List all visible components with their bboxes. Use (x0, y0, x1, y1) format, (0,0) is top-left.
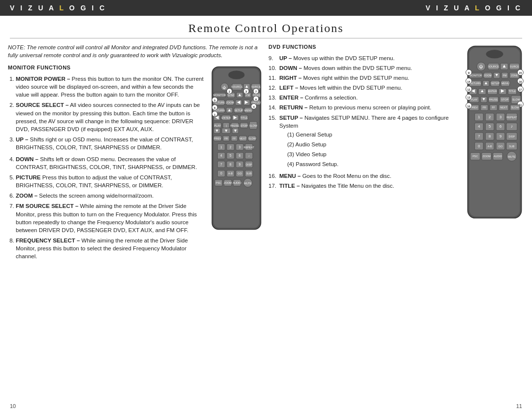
svg-text:A-B: A-B (228, 172, 233, 175)
list-item: SOURCE SELECT – All video sources connec… (16, 101, 205, 133)
dvd-item-bold: ENTER – (279, 95, 303, 101)
svg-text:FM: FM (503, 74, 507, 77)
svg-text:TITLE: TITLE (240, 116, 248, 119)
svg-text:SURCE: SURCE (251, 86, 261, 89)
svg-text:DISP: DISP (509, 135, 515, 138)
remote-image-left: ⏻ SOURCE ▲ SURCE MONITOR (209, 64, 264, 264)
svg-text:FR: FR (483, 106, 486, 109)
svg-text:SURCE: SURCE (510, 65, 519, 68)
svg-text:3: 3 (245, 90, 247, 93)
main-content: Remote Control Operations NOTE: The remo… (0, 16, 532, 411)
dvd-item-num: 10. (268, 64, 277, 72)
svg-text:REPEAT: REPEAT (506, 116, 517, 119)
svg-text:5: 5 (230, 154, 232, 157)
svg-text:|: | (226, 124, 226, 127)
svg-text:3: 3 (499, 115, 501, 119)
list-item: FM SOURCE SELECT – While aiming the remo… (16, 202, 205, 234)
dvd-item-num: 14. (268, 103, 277, 111)
page-number-left: 10 (10, 403, 16, 409)
dvd-item-bold: DOWN – (279, 65, 302, 71)
setup-sub-item: (1) General Setup (287, 131, 461, 138)
remote-svg-left: ⏻ SOURCE ▲ SURCE MONITOR (209, 64, 264, 232)
svg-text:PSC: PSC (216, 181, 221, 184)
svg-text:▶: ▶ (501, 88, 504, 93)
svg-text:▲: ▲ (227, 107, 232, 112)
list-item: DOWN – Shifts left or down OSD menu. Dec… (16, 155, 205, 171)
svg-text:MUTE: MUTE (244, 182, 252, 185)
svg-text:ZONE: ZONE (511, 74, 518, 77)
monitor-text-area: MONITOR FUNCTIONS MONITOR POWER – Press … (8, 64, 205, 264)
svg-text:PREV: PREV (214, 137, 221, 140)
svg-text:NEXT: NEXT (239, 137, 247, 140)
dvd-list-item: 15. SETUP – Navigates SETUP MENU. There … (268, 114, 461, 171)
svg-text:ZOOM: ZOOM (224, 181, 232, 184)
svg-text:▲: ▲ (480, 88, 485, 93)
dvd-item-num: 16. (268, 172, 277, 180)
monitor-list-continued: DOWN – Shifts left or down OSD menu. Dec… (8, 155, 205, 260)
svg-point-2 (229, 70, 245, 79)
svg-text:AUDIO: AUDIO (233, 181, 241, 184)
note-text: NOTE: The remote control will control al… (8, 43, 264, 59)
svg-text:MENU: MENU (244, 109, 252, 112)
svg-text:6: 6 (239, 154, 241, 157)
item-bold: UP – (16, 137, 28, 142)
svg-text:1: 1 (478, 115, 480, 119)
svg-text:SYNC: SYNC (227, 94, 234, 97)
item-bold: ZOOM – (16, 193, 37, 199)
dvd-item-num: 12. (268, 84, 277, 92)
svg-text:SLOW: SLOW (511, 106, 519, 109)
svg-text:1: 1 (220, 145, 222, 149)
svg-text:▲: ▲ (245, 84, 249, 89)
svg-text:SETUP: SETUP (491, 82, 500, 85)
dvd-item-num: 11. (268, 74, 277, 82)
svg-text:FR: FR (224, 137, 228, 140)
remote-svg-right: ⏻ SOURCE ▲ SURCE MONITOR ZOOM ▼ (465, 43, 524, 221)
svg-text:GO: GO (237, 172, 242, 175)
svg-text:SLOW: SLOW (249, 124, 258, 127)
setup-sub-item: (3) Video Setup (287, 150, 461, 158)
svg-text:SOURCE: SOURCE (231, 86, 243, 89)
svg-text:16: 16 (519, 80, 522, 83)
logo-left: V I Z U A L O G I C (10, 4, 106, 12)
svg-text:♪: ♪ (511, 124, 513, 129)
svg-text:FF: FF (492, 106, 495, 109)
svg-text:GO: GO (499, 145, 502, 148)
svg-text:12: 12 (467, 88, 470, 91)
svg-text:▼: ▼ (495, 72, 499, 77)
svg-text:PSC: PSC (472, 155, 478, 158)
svg-text:0: 0 (220, 172, 222, 175)
svg-text:SETUP: SETUP (234, 109, 243, 112)
svg-point-131 (486, 50, 503, 58)
dvd-item-content: LEFT – Moves left within the DVD SETUP m… (279, 84, 461, 92)
setup-sub-list: (1) General Setup (2) Audio Setup (3) Vi… (279, 131, 461, 168)
dvd-list-item: 9. UP – Moves up within the DVD SETUP me… (268, 54, 461, 62)
svg-text:▲: ▲ (502, 63, 507, 68)
svg-text:SLOW: SLOW (512, 98, 521, 101)
dvd-list-item: 10. DOWN – Moves down within the DVD SET… (268, 64, 461, 72)
svg-text:AUDIO: AUDIO (494, 155, 502, 158)
dvd-list-item: 13. ENTER – Confirms a selection. (268, 94, 461, 102)
svg-text:◀: ◀ (237, 100, 240, 104)
svg-text:MENU: MENU (501, 82, 509, 85)
item-bold: MONITOR POWER – (16, 76, 70, 82)
dvd-item-num: 15. (268, 114, 277, 171)
monitor-section-title: MONITOR FUNCTIONS (8, 64, 205, 72)
dvd-item-content: UP – Moves up within the DVD SETUP menu. (279, 54, 461, 62)
dvd-item-content: MENU – Goes to the Root Menu on the disc… (279, 172, 461, 180)
svg-text:A-B: A-B (488, 145, 492, 148)
svg-text:9: 9 (239, 163, 241, 166)
svg-text:ENTER: ENTER (222, 116, 231, 119)
svg-text:8: 8 (489, 134, 491, 138)
svg-text:▲: ▲ (237, 92, 242, 97)
svg-text:MONITOR: MONITOR (213, 94, 226, 97)
svg-text:▼: ▼ (233, 128, 237, 133)
page-numbers: 10 11 (0, 401, 532, 411)
list-item: FREQUENCY SELECT – While aiming the remo… (16, 237, 205, 260)
svg-text:2: 2 (230, 145, 232, 149)
svg-text:TITLE: TITLE (509, 90, 516, 93)
dvd-list-item: 16. MENU – Goes to the Root Menu on the … (268, 172, 461, 180)
svg-text:PLAY: PLAY (214, 124, 221, 127)
svg-text:6: 6 (499, 124, 501, 129)
dvd-item-num: 17. (268, 182, 277, 190)
right-column: DVD FUNCTIONS 9. UP – Moves up within th… (268, 43, 524, 396)
